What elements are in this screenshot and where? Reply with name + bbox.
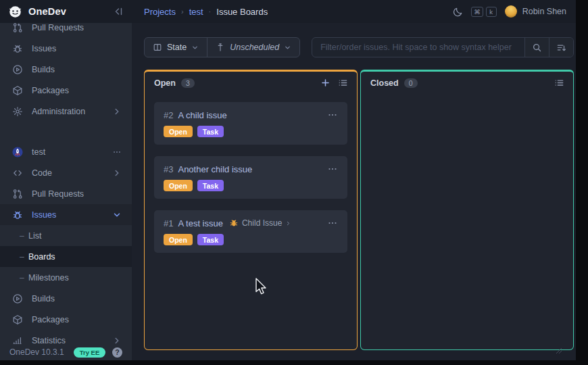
bug-icon [12,43,23,54]
breadcrumb-projects-link[interactable]: Projects [144,7,176,17]
keycap-k: k [486,7,497,17]
sidebar-item-code[interactable]: Code [0,162,132,183]
sidebar-item-pull-requests[interactable]: Pull Requests [0,183,132,204]
sidebar-item-issues[interactable]: Issues [0,204,132,225]
issue-title: Another child issue [178,164,252,174]
sidebar-item-administration[interactable]: Administration [0,101,132,122]
sidebar-item-label: Packages [32,86,69,95]
search-button[interactable] [524,38,549,57]
sidebar-item-packages[interactable]: Packages [0,309,132,330]
issue-badges: OpenTask [164,234,338,245]
order-button[interactable] [549,38,573,57]
collapse-sidebar-icon[interactable] [113,6,124,17]
issue-number: #1 [164,218,173,228]
column-name: Closed [370,78,399,88]
column-name: Open [154,78,176,88]
badge-task[interactable]: Task [197,126,224,137]
sidebar-item-issues[interactable]: Issues [0,38,132,59]
badge-task[interactable]: Task [197,180,224,191]
sidebar-item-label: Pull Requests [32,189,84,199]
sidebar-item-builds[interactable]: Builds [0,59,132,80]
sidebar-item-boards[interactable]: –Boards [0,246,132,267]
chevron-down-icon [191,44,199,51]
search-shortcut-hint[interactable]: ⌘ k [471,7,497,17]
sidebar: Pull RequestsIssuesBuildsPackagesAdminis… [0,23,132,360]
avatar[interactable] [505,5,517,18]
milestone-icon [216,43,225,52]
column-body: #2A child issueOpenTask#3Another child i… [145,94,357,349]
breadcrumb-project-link[interactable]: test [189,7,203,17]
board-controls: State Unscheduled [144,37,300,57]
sidebar-item-packages[interactable]: Packages [0,80,132,101]
dash-icon: – [20,231,28,241]
issue-card-header: #1A test issueChild Issue [164,218,338,228]
issue-number: #2 [164,110,173,120]
sidebar-nav: Pull RequestsIssuesBuildsPackagesAdminis… [0,17,132,344]
dark-mode-toggle-icon[interactable] [453,7,463,17]
sidebar-item-pull-requests[interactable]: Pull Requests [0,17,132,38]
try-ee-badge[interactable]: Try EE [74,347,106,358]
issue-card[interactable]: #3Another child issueOpenTask [154,156,347,199]
state-dropdown-button[interactable]: State [145,38,207,57]
bug-link-icon [229,218,239,228]
sidebar-section-gap [0,122,132,141]
sidebar-footer: OneDev 10.3.1 Try EE ? [0,344,132,360]
badge-open[interactable]: Open [164,126,193,137]
column-menu-button[interactable] [338,78,348,88]
toolbar: State Unscheduled [144,37,574,57]
sidebar-item-test[interactable]: test [0,141,132,162]
badge-open[interactable]: Open [164,180,193,191]
sidebar-item-label: List [28,231,41,241]
help-icon[interactable]: ? [112,347,122,358]
sidebar-item-label: Builds [32,65,55,74]
issue-card[interactable]: #1A test issueChild IssueOpenTask [154,210,347,253]
columns-icon [153,43,162,52]
card-menu-icon[interactable] [327,110,338,120]
user-name[interactable]: Robin Shen [522,7,566,16]
card-menu-icon[interactable] [327,218,338,228]
chevron-right-icon [112,107,122,116]
child-issue-link[interactable]: Child Issue [229,218,291,228]
app-window: OneDev Projects › test · Issue Boards ⌘ … [0,0,576,360]
header-right: ⌘ k Robin Shen [453,5,576,18]
sidebar-item-milestones[interactable]: –Milestones [0,267,132,288]
issue-title: A child issue [178,110,226,120]
chevron-right-icon [112,168,122,178]
play-circle-icon [12,293,23,304]
sidebar-item-label: test [32,147,45,157]
card-menu-icon[interactable] [327,164,338,174]
issue-board: Open3#2A child issueOpenTask#3Another ch… [144,70,574,360]
onedev-logo-icon[interactable] [9,5,22,18]
sidebar-item-list[interactable]: –List [0,225,132,246]
issue-card-header: #2A child issue [164,110,338,120]
sidebar-item-label: Boards [28,252,55,262]
milestone-dropdown-button[interactable]: Unscheduled [207,38,299,57]
ellipsis-icon[interactable] [112,147,122,157]
sidebar-item-label: Milestones [28,273,69,283]
issue-number: #3 [164,164,173,174]
issue-card[interactable]: #2A child issueOpenTask [154,102,347,145]
sidebar-item-label: Code [32,168,52,178]
badge-task[interactable]: Task [197,234,224,245]
resize-handle[interactable] [556,347,562,354]
gear-icon [12,106,23,117]
version-label: OneDev 10.3.1 [9,347,64,357]
dash-icon: – [20,252,28,262]
add-card-button[interactable] [320,78,330,88]
brand-name: OneDev [28,6,66,17]
badge-open[interactable]: Open [164,234,193,245]
chevron-down-icon [112,210,122,220]
sidebar-item-statistics[interactable]: Statistics [0,330,132,344]
column-body [361,94,573,349]
board-column-open: Open3#2A child issueOpenTask#3Another ch… [144,70,358,350]
sidebar-item-label: Issues [32,210,56,220]
keycap-mod: ⌘ [471,7,483,17]
sidebar-item-label: Pull Requests [32,23,84,32]
filter-input[interactable] [312,38,524,57]
breadcrumb: Projects › test · Issue Boards [144,7,268,17]
sidebar-item-label: Issues [32,44,56,53]
package-icon [12,85,23,96]
column-count-badge: 0 [404,78,418,88]
column-menu-button[interactable] [554,78,564,88]
sidebar-item-builds[interactable]: Builds [0,288,132,309]
